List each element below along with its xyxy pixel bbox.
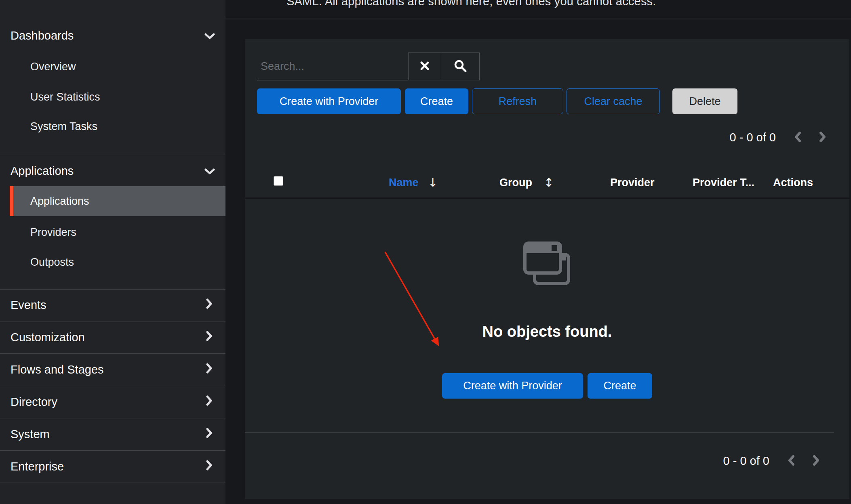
sidebar-item-label: Flows and Stages <box>11 363 104 376</box>
chevron-right-icon <box>206 460 213 473</box>
search-icon <box>454 59 467 74</box>
empty-create-with-provider-button[interactable]: Create with Provider <box>442 373 583 399</box>
clear-search-button[interactable] <box>408 52 441 80</box>
column-header-name[interactable]: Name <box>389 169 419 197</box>
sidebar-section-dashboards[interactable]: Dashboards <box>11 24 215 47</box>
chevron-right-icon <box>206 298 213 312</box>
sidebar-item-system-tasks[interactable]: System Tasks <box>30 118 224 135</box>
delete-button[interactable]: Delete <box>672 88 737 114</box>
sidebar-item-user-statistics[interactable]: User Statistics <box>30 88 224 106</box>
sidebar-section-label: Applications <box>11 164 74 178</box>
chevron-down-icon <box>204 29 215 42</box>
chevron-left-icon <box>788 455 795 467</box>
sidebar-item-directory[interactable]: Directory <box>0 386 225 418</box>
sidebar-item-label: Directory <box>11 395 57 409</box>
cascading-windows-icon <box>522 241 572 289</box>
sidebar-item-label: System <box>11 428 50 441</box>
pagination-label: 0 - 0 of 0 <box>730 131 776 144</box>
chevron-left-icon <box>794 131 801 144</box>
pagination-prev-button[interactable] <box>789 127 807 148</box>
column-header-actions: Actions <box>773 169 813 197</box>
sidebar-item-label: Events <box>11 298 46 312</box>
chevron-right-icon <box>819 131 826 144</box>
sort-descending-icon: ↓ <box>428 169 438 197</box>
column-header-provider: Provider <box>610 169 655 197</box>
sidebar-nav: Dashboards Overview User Statistics Syst… <box>0 0 225 504</box>
search-button[interactable] <box>441 52 480 80</box>
sidebar-item-label: Customization <box>11 331 85 344</box>
search-input[interactable] <box>257 52 408 80</box>
empty-state-actions: Create with Provider Create <box>245 373 849 399</box>
create-with-provider-button[interactable]: Create with Provider <box>257 88 401 114</box>
applications-list-card: Create with Provider Create Refresh Clea… <box>245 39 849 499</box>
empty-state-title: No objects found. <box>245 323 849 340</box>
sidebar-item-label: Applications <box>30 195 89 208</box>
x-icon <box>419 60 430 73</box>
sidebar-item-label: Enterprise <box>11 460 64 473</box>
pagination-top: 0 - 0 of 0 <box>730 126 832 149</box>
sidebar-item-events[interactable]: Events <box>0 289 225 321</box>
sidebar-divider <box>0 155 225 155</box>
sidebar-item-flows-and-stages[interactable]: Flows and Stages <box>0 354 225 386</box>
chevron-right-icon <box>206 395 213 409</box>
column-header-group[interactable]: Group <box>499 169 532 197</box>
clear-cache-button[interactable]: Clear cache <box>567 88 660 114</box>
sidebar-item-system[interactable]: System <box>0 418 225 451</box>
chevron-right-icon <box>206 363 213 376</box>
pagination-bottom: 0 - 0 of 0 <box>723 449 825 472</box>
chevron-right-icon <box>206 331 213 344</box>
sidebar-item-outposts[interactable]: Outposts <box>30 253 224 271</box>
sidebar-item-providers[interactable]: Providers <box>30 223 224 241</box>
active-indicator-bar <box>10 186 13 216</box>
sidebar-item-applications-active[interactable]: Applications <box>10 186 225 216</box>
pagination-prev-button[interactable] <box>782 450 800 471</box>
page-description: SAML. All applications are shown here, e… <box>286 0 656 8</box>
chevron-right-icon <box>813 455 820 467</box>
create-button[interactable]: Create <box>405 88 468 114</box>
sort-both-icon: ↕ <box>544 169 554 197</box>
sidebar-section-applications[interactable]: Applications <box>11 160 215 182</box>
column-header-provider-type: Provider T... <box>693 169 754 197</box>
empty-create-button[interactable]: Create <box>588 373 652 399</box>
pagination-label: 0 - 0 of 0 <box>723 454 769 468</box>
pagination-next-button[interactable] <box>814 127 832 148</box>
sidebar-item-enterprise[interactable]: Enterprise <box>0 451 225 483</box>
refresh-button[interactable]: Refresh <box>472 88 563 114</box>
table-header-divider <box>245 197 849 199</box>
chevron-right-icon <box>206 428 213 441</box>
sidebar-section-label: Dashboards <box>11 29 74 42</box>
select-all-checkbox[interactable] <box>274 176 283 186</box>
table-footer-divider <box>245 432 834 433</box>
sidebar-item-overview[interactable]: Overview <box>30 58 224 76</box>
pagination-next-button[interactable] <box>807 450 825 471</box>
sidebar-item-customization[interactable]: Customization <box>0 321 225 354</box>
chevron-down-icon <box>204 164 215 178</box>
